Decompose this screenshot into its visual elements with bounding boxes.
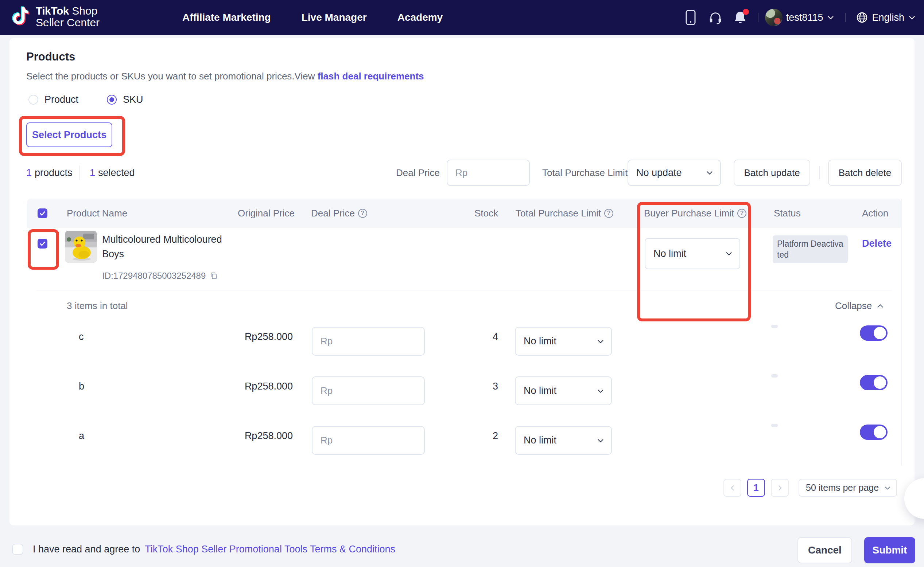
sku-name: b — [79, 381, 84, 392]
buyer-purchase-limit-help-icon[interactable]: ? — [737, 209, 747, 218]
check-icon — [39, 210, 46, 217]
total-purchase-limit-help-icon[interactable]: ? — [604, 209, 613, 218]
col-stock: Stock — [447, 199, 498, 228]
products-panel: Products Select the products or SKUs you… — [9, 38, 915, 525]
chevron-down-icon — [596, 436, 605, 445]
language-label: English — [872, 12, 904, 23]
products-count: 1products — [26, 160, 72, 186]
radio-product[interactable]: Product — [29, 94, 78, 105]
nav-academy[interactable]: Academy — [397, 12, 443, 23]
sku-items-total: 3 items in total — [67, 300, 128, 312]
deal-price-label: Deal Price — [396, 160, 440, 186]
primary-nav: Affiliate Marketing Live Manager Academy — [182, 0, 443, 35]
batch-divider — [819, 166, 820, 179]
table-header-row: Product Name Original Price Deal Price ?… — [27, 199, 901, 228]
page-subtitle: Select the products or SKUs you want to … — [26, 71, 424, 82]
chevron-down-icon — [596, 387, 605, 395]
navbar-divider — [758, 13, 759, 22]
page-title: Products — [26, 50, 75, 63]
buyer-purchase-limit-select[interactable]: No limit — [645, 238, 740, 269]
radio-sku[interactable]: SKU — [107, 94, 143, 105]
collapse-toggle[interactable]: Collapse — [835, 300, 884, 312]
col-product-name: Product Name — [67, 199, 127, 228]
agreement-row: I have read and agree to TikTok Shop Sel… — [12, 544, 395, 555]
chevron-down-icon — [884, 484, 891, 492]
batch-deal-price-input[interactable] — [447, 160, 530, 186]
total-purchase-limit-select[interactable]: No update — [628, 160, 721, 186]
notification-dot — [743, 9, 749, 15]
col-deal-price: Deal Price ? — [311, 199, 367, 228]
sku-active-toggle[interactable] — [860, 424, 888, 440]
pagination-page-1[interactable]: 1 — [747, 479, 765, 496]
chevron-up-icon — [876, 302, 884, 310]
deal-price-help-icon[interactable]: ? — [358, 209, 367, 218]
pagination-next-button[interactable] — [771, 479, 789, 496]
sku-total-purchase-limit-select[interactable]: No limit — [515, 376, 612, 405]
table-row-sku-b: b Rp258.000 3 No limit — [27, 365, 901, 414]
product-image-duck — [65, 231, 97, 263]
table-row-product: Multicoloured Multicoloured Boys ID:1729… — [27, 228, 901, 290]
status-placeholder-dash — [771, 325, 778, 328]
agreement-text: I have read and agree to — [33, 544, 140, 555]
sku-active-toggle[interactable] — [860, 326, 888, 341]
summary-divider — [80, 165, 80, 180]
delete-product-link[interactable]: Delete — [862, 238, 891, 249]
radio-product-circle — [29, 95, 38, 105]
sku-active-toggle[interactable] — [860, 375, 888, 390]
tiktok-shop-logo[interactable]: TikTok Shop Seller Center — [11, 5, 99, 29]
col-action: Action — [862, 199, 888, 228]
select-products-button[interactable]: Select Products — [26, 122, 112, 147]
row-divider — [36, 290, 891, 290]
table-right-divider — [901, 199, 902, 466]
select-all-checkbox[interactable] — [38, 208, 47, 218]
check-icon — [39, 240, 46, 247]
language-selector[interactable]: English — [856, 11, 916, 24]
total-purchase-limit-value: No update — [636, 167, 682, 178]
sku-original-price: Rp258.000 — [202, 430, 293, 442]
copy-icon[interactable] — [209, 272, 218, 280]
sku-total-purchase-limit-select[interactable]: No limit — [515, 426, 612, 455]
sku-deal-price-input[interactable] — [312, 426, 425, 455]
product-id: ID:1729480785003252489 — [102, 271, 218, 281]
chevron-down-icon — [725, 250, 733, 258]
account-menu[interactable]: test8115 — [765, 9, 835, 26]
page-size-value: 50 items per page — [806, 483, 879, 493]
globe-icon — [856, 11, 868, 24]
table-row-sku-a: a Rp258.000 2 No limit — [27, 414, 901, 464]
sku-original-price: Rp258.000 — [202, 331, 293, 342]
chevron-down-icon — [826, 14, 835, 21]
page-size-select[interactable]: 50 items per page — [799, 479, 897, 496]
product-row-checkbox[interactable] — [38, 238, 47, 249]
screen: TikTok Shop Seller Center Affiliate Mark… — [0, 0, 924, 567]
headset-support-icon[interactable] — [708, 10, 723, 25]
notification-bell-icon[interactable] — [733, 10, 748, 25]
tiktok-note-icon — [11, 6, 30, 28]
nav-live-manager[interactable]: Live Manager — [302, 12, 367, 23]
sku-name: a — [79, 430, 84, 442]
cancel-button[interactable]: Cancel — [798, 537, 852, 563]
chevron-down-icon — [908, 14, 916, 21]
mobile-app-icon[interactable] — [683, 10, 698, 25]
terms-and-conditions-link[interactable]: TikTok Shop Seller Promotional Tools Ter… — [145, 544, 395, 555]
sku-deal-price-input[interactable] — [312, 327, 425, 356]
sku-stock: 2 — [447, 430, 498, 442]
chevron-down-icon — [596, 338, 605, 345]
product-name: Multicoloured Multicoloured Boys — [102, 232, 229, 261]
products-table: Product Name Original Price Deal Price ?… — [27, 199, 901, 466]
nav-affiliate-marketing[interactable]: Affiliate Marketing — [182, 12, 271, 23]
total-purchase-limit-label: Total Purchase Limit — [542, 160, 628, 186]
avatar — [765, 9, 783, 26]
sku-deal-price-input[interactable] — [312, 376, 425, 405]
pagination-prev-button[interactable] — [723, 479, 741, 496]
batch-update-button[interactable]: Batch update — [734, 160, 810, 186]
agreement-checkbox[interactable] — [12, 544, 23, 555]
sku-total-purchase-limit-select[interactable]: No limit — [515, 327, 612, 356]
submit-button[interactable]: Submit — [864, 537, 915, 563]
radio-product-label: Product — [45, 94, 78, 105]
navbar-actions: test8115 English — [683, 0, 916, 35]
radio-sku-circle — [107, 95, 117, 105]
top-navbar: TikTok Shop Seller Center Affiliate Mark… — [0, 0, 924, 35]
flash-deal-requirements-link[interactable]: flash deal requirements — [318, 71, 424, 82]
chevron-down-icon — [706, 169, 714, 177]
batch-delete-button[interactable]: Batch delete — [828, 160, 902, 186]
